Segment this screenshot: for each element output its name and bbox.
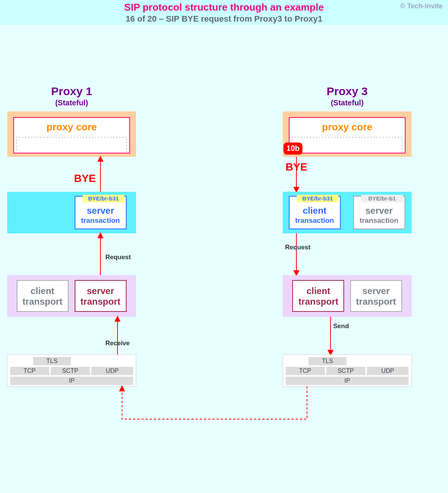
proxy1-stack-tcp: TCP — [23, 368, 36, 374]
proxy1-stack-tls: TLS — [46, 358, 57, 364]
proxy3-server-tp-b: transport — [356, 296, 396, 307]
proxy3-title: Proxy 3 — [327, 85, 368, 97]
proxy3-client-tp-b: transport — [298, 296, 338, 307]
proxy1-tx-tag: BYE/br-b31 — [88, 195, 119, 202]
proxy3-client-tx-role-a: client — [303, 205, 327, 216]
proxy3-stack-tls: TLS — [322, 358, 333, 364]
proxy3-stack-sctp: SCTP — [338, 368, 354, 374]
proxy3-server-tp-a: server — [362, 286, 390, 296]
proxy3-client-tp-a: client — [307, 286, 331, 296]
proxy3-server-tx-tag: BYE/br-b1 — [368, 195, 396, 202]
diagram-title: SIP protocol structure through an exampl… — [0, 2, 448, 13]
diagram-header: SIP protocol structure through an exampl… — [0, 0, 448, 25]
bye-label-proxy1: BYE — [74, 172, 96, 184]
bye-label-proxy3: BYE — [285, 161, 307, 173]
proxy3-server-tx-role-b: transaction — [360, 216, 398, 224]
receive-label: Receive — [105, 340, 130, 347]
proxy1-client-tp-b: transport — [22, 296, 62, 307]
dashed-ip-path — [122, 387, 307, 419]
proxy1-subtitle: (Stateful) — [55, 99, 88, 107]
proxy1-client-tp-a: client — [31, 286, 55, 296]
proxy1-tx-role-a: server — [87, 205, 114, 216]
request-label-proxy1: Request — [105, 254, 131, 261]
proxy3-core-label: proxy core — [322, 121, 373, 133]
request-label-proxy3: Request — [285, 244, 310, 251]
diagram-canvas: Proxy 1 (Stateful) Proxy 3 (Stateful) pr… — [0, 25, 448, 493]
proxy3-server-tx-role-a: server — [365, 205, 393, 216]
diagram-subtitle: 16 of 20 – SIP BYE request from Proxy3 t… — [0, 14, 448, 24]
proxy1-server-tp-box — [75, 280, 126, 311]
proxy1-server-tp-b: transport — [80, 296, 120, 307]
proxy3-stack-tcp: TCP — [299, 368, 311, 374]
proxy1-stack-ip: IP — [69, 377, 74, 384]
proxy1-server-tp-a: server — [87, 286, 114, 296]
proxy3-client-tp-box — [293, 280, 344, 311]
proxy3-subtitle: (Stateful) — [331, 99, 364, 107]
step-badge-text: 10b — [287, 144, 299, 152]
proxy1-tx-role-b: transaction — [81, 216, 120, 224]
proxy3-stack-udp: UDP — [381, 368, 394, 374]
proxy1-client-tp-box — [17, 280, 68, 311]
copyright-text: © Tech-invite — [400, 2, 443, 10]
proxy1-stack-sctp: SCTP — [62, 368, 78, 374]
proxy3-stack-ip: IP — [344, 377, 350, 384]
proxy1-stack-udp: UDP — [106, 368, 119, 374]
proxy3-server-tp-box — [351, 280, 402, 311]
proxy3-client-tx-tag: BYE/br-b31 — [302, 195, 333, 202]
proxy3-client-tx-role-b: transaction — [295, 216, 334, 224]
send-label: Send — [333, 322, 349, 330]
proxy1-title: Proxy 1 — [51, 85, 92, 97]
proxy1-core-label: proxy core — [47, 121, 97, 133]
